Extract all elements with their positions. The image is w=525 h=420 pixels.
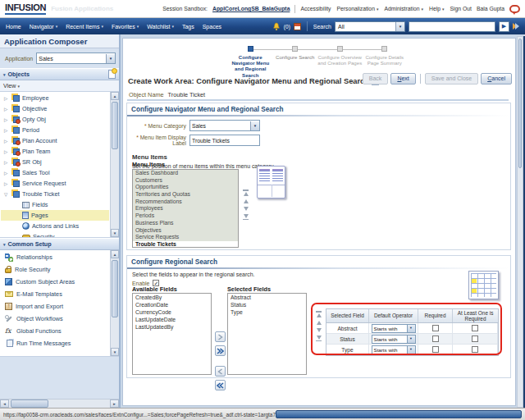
tree-node[interactable]: ▷ Sales Tool	[1, 167, 109, 178]
common-setup-panel-header[interactable]: ▾ Common Setup	[0, 238, 119, 250]
required-checkbox[interactable]	[432, 346, 439, 353]
default-operator-select[interactable]: Starts with ▼	[372, 335, 416, 344]
move-right-icon[interactable]	[215, 331, 226, 342]
move-to-bottom-icon[interactable]	[243, 214, 249, 221]
expand-icon[interactable]: ▷	[4, 139, 9, 144]
main-scrollbar[interactable]	[517, 36, 523, 408]
train-stop-marker[interactable]	[381, 46, 387, 52]
common-setup-item[interactable]: Global Functions	[1, 325, 109, 337]
nav-menu-item[interactable]: Home	[6, 24, 21, 30]
move-left-icon[interactable]	[215, 366, 226, 377]
available-field-option[interactable]: CurrencyCode	[133, 308, 211, 316]
train-stop-marker[interactable]	[248, 46, 253, 52]
expand-icon[interactable]: ▷	[4, 117, 9, 122]
calendar-icon[interactable]	[294, 23, 301, 30]
move-all-right-icon[interactable]	[215, 345, 226, 356]
train-stop[interactable]: Configure Navigator Menu and Regional Se…	[228, 46, 273, 78]
search-scope-select[interactable]: All ▼	[335, 21, 405, 32]
save-and-close-button[interactable]: Save and Close	[425, 73, 478, 84]
common-setup-item[interactable]: Object Workflows	[1, 313, 109, 325]
nav-menu-item[interactable]: Favorites▾	[112, 24, 139, 30]
dropdown-arrow-icon[interactable]: ▼	[395, 22, 404, 31]
next-button[interactable]: Next	[390, 73, 415, 84]
move-up-icon[interactable]	[244, 199, 249, 203]
menu-item-option[interactable]: Periods	[133, 212, 238, 220]
menu-item-option[interactable]: Opportunities	[133, 184, 238, 191]
menu-item-option[interactable]: Customers	[133, 177, 238, 185]
scroll-right-icon[interactable]: ►	[110, 399, 119, 408]
scroll-up-icon[interactable]: ▲	[111, 92, 119, 100]
dropdown-arrow-icon[interactable]: ▼	[407, 336, 415, 343]
alerts-bell-icon[interactable]	[272, 22, 281, 31]
default-operator-select[interactable]: Starts with ▼	[372, 345, 416, 354]
tree-node[interactable]: ▷ Service Request	[1, 178, 109, 189]
tree-scrollbar[interactable]: ▲ ▼	[110, 92, 119, 237]
expand-icon[interactable]: ▷	[4, 181, 9, 186]
tree-node[interactable]: ▷ SR Obj	[1, 157, 109, 167]
move-to-top-icon[interactable]	[243, 189, 249, 196]
move-to-top-icon[interactable]	[316, 310, 322, 317]
available-fields-listbox[interactable]: CreatedByCreationDateCurrencyCodeLastUpd…	[132, 293, 212, 375]
scrollbar-thumb[interactable]	[112, 260, 118, 317]
common-setup-item[interactable]: Custom Subject Areas	[1, 276, 109, 288]
tree-child-node[interactable]: Fields	[1, 199, 109, 210]
common-setup-item[interactable]: E-Mail Templates	[1, 288, 109, 300]
top-menu-link[interactable]: Personalization▾	[336, 6, 378, 11]
cancel-button[interactable]: Cancel	[481, 73, 512, 84]
train-stop[interactable]: Configure Overview and Creation Pages	[317, 46, 363, 78]
common-setup-scrollbar[interactable]: ▲ ▼	[110, 250, 119, 356]
available-field-option[interactable]: CreatedBy	[133, 294, 211, 301]
dropdown-arrow-icon[interactable]: ▼	[407, 325, 415, 332]
tree-child-node[interactable]: Pages	[1, 210, 109, 221]
tree-node[interactable]: ▷ Objective	[1, 103, 109, 114]
dropdown-arrow-icon[interactable]: ▼	[106, 54, 115, 63]
back-button[interactable]: Back	[363, 73, 389, 84]
application-select[interactable]: Sales ▼	[36, 52, 116, 64]
nav-menu-item[interactable]: Spaces	[203, 24, 221, 30]
common-setup-item[interactable]: Relationships	[1, 251, 109, 263]
available-field-option[interactable]: LastUpdatedBy	[133, 323, 211, 331]
menu-items-listbox[interactable]: Sales Dashboard Customers Opportunities …	[132, 169, 239, 248]
dropdown-arrow-icon[interactable]: ▼	[407, 346, 415, 354]
required-checkbox[interactable]	[432, 325, 439, 331]
top-menu-link[interactable]: Accessibility	[300, 6, 331, 11]
selected-field-option[interactable]: Type	[228, 308, 306, 316]
menu-item-option[interactable]: Territories and Quotas	[133, 191, 238, 199]
at-least-one-required-checkbox[interactable]	[472, 346, 478, 353]
selected-field-option[interactable]: Abstract	[228, 294, 306, 301]
conversation-icon[interactable]	[509, 5, 520, 13]
scroll-down-icon[interactable]: ▼	[111, 348, 119, 356]
move-down-icon[interactable]	[244, 207, 249, 211]
collapse-icon[interactable]: ▽	[4, 192, 9, 197]
tree-child-node[interactable]: Security	[1, 231, 109, 238]
selected-field-option[interactable]: Status	[228, 301, 306, 308]
scrollbar-thumb[interactable]	[11, 399, 48, 408]
advanced-search-icon[interactable]	[513, 22, 519, 30]
expand-icon[interactable]: ▷	[4, 171, 9, 176]
nav-menu-item[interactable]: Tags	[182, 24, 194, 30]
train-stop-marker[interactable]	[292, 46, 298, 52]
nav-menu-item[interactable]: Navigator▾	[30, 24, 57, 30]
nav-menu-item[interactable]: Recent Items▾	[66, 24, 103, 30]
selected-fields-listbox[interactable]: AbstractStatusType	[227, 293, 307, 375]
view-menu[interactable]: View ▾	[0, 80, 119, 92]
menu-item-option[interactable]: Objectives	[133, 227, 238, 235]
top-menu-link[interactable]: Administration▾	[384, 6, 423, 11]
move-to-bottom-icon[interactable]	[316, 336, 322, 343]
menu-item-display-label-input[interactable]: Trouble Tickets	[189, 135, 260, 146]
dropdown-arrow-icon[interactable]: ▼	[250, 121, 259, 130]
tree-node[interactable]: ▷ Period	[1, 125, 109, 135]
common-setup-item[interactable]: Role Security	[1, 263, 109, 276]
move-down-icon[interactable]	[317, 328, 322, 332]
sidebar-horizontal-scrollbar[interactable]: ◄ ►	[0, 399, 119, 408]
move-up-icon[interactable]	[317, 321, 322, 325]
tree-node[interactable]: ▽ Trouble Ticket	[1, 189, 109, 199]
move-all-left-icon[interactable]	[215, 380, 226, 390]
common-setup-item[interactable]: Run Time Messages	[1, 337, 109, 349]
menu-item-option[interactable]: Employees	[133, 205, 238, 212]
expand-icon[interactable]: ▷	[4, 149, 9, 154]
menu-item-option[interactable]: Business Plans	[133, 220, 238, 227]
tree-child-node[interactable]: Actions and Links	[1, 221, 109, 231]
train-stop[interactable]: Configure Search	[273, 46, 318, 78]
scroll-down-icon[interactable]: ▼	[111, 229, 119, 237]
